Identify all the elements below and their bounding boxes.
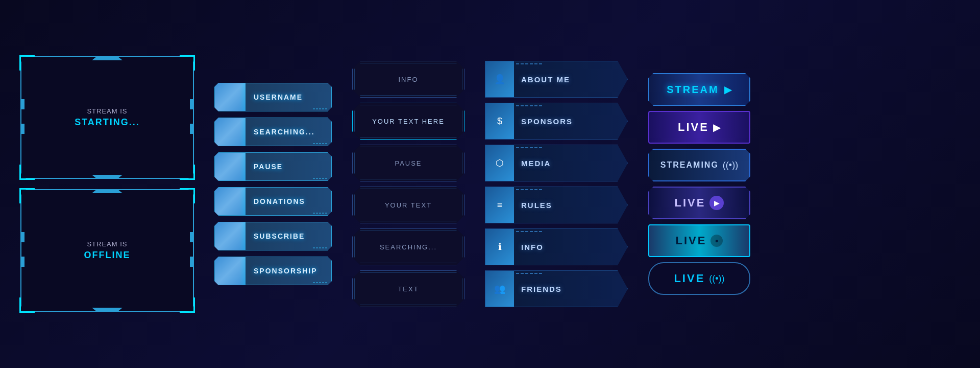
live1-play-icon: ▶ [713, 121, 721, 133]
media-icon-box: ⬡ [485, 145, 514, 181]
notch-bottom [92, 308, 122, 312]
live4-action-button[interactable]: LIVE ((•)) [648, 262, 750, 295]
side-dashes-top [516, 63, 542, 64]
streaming-action-button[interactable]: STREAMING ((•)) [648, 149, 750, 181]
thumb-pause [215, 153, 246, 180]
notch-right-top [190, 232, 194, 242]
about-me-side-button[interactable]: 👤 ABOUT ME [485, 61, 628, 98]
pause-bar-button[interactable]: PAUSE [214, 152, 332, 181]
stream-starting-line1: STREAM IS [87, 107, 127, 115]
friends-label: FRIENDS [514, 285, 562, 293]
rules-icon-box: ≡ [485, 187, 514, 223]
username-bar-button[interactable]: USERNAME [214, 83, 332, 111]
notch-left-bot [20, 257, 24, 267]
sponsorship-bar-button[interactable]: SPONSORSHIP [214, 257, 332, 285]
subscribe-label: SUBSCRIBE [246, 232, 305, 240]
live2-action-label: LIVE [675, 196, 706, 210]
media-label: MEDIA [514, 159, 551, 168]
dashes [313, 247, 327, 248]
pause2-mid-label: PAUSE [395, 159, 422, 167]
dollar-icon: $ [497, 116, 502, 127]
stream-starting-line2: STARTING... [75, 117, 140, 128]
corner-bl [19, 165, 35, 180]
live3-dot-icon: ● [710, 235, 723, 247]
dashes [313, 108, 327, 109]
live1-action-button[interactable]: LIVE ▶ [648, 111, 750, 144]
side-dashes-top [516, 189, 542, 190]
main-container: STREAM IS STARTING... STREAM IS OFFLINE … [0, 0, 980, 368]
mid-panels-column: INFO YOUR TEXT HERE PAUSE YOUR TEXT SEAR… [352, 61, 464, 307]
searching-bar-button[interactable]: SEARCHING... [214, 118, 332, 146]
notch-left-top [20, 99, 24, 109]
notch-right-bot [190, 124, 194, 134]
stream-offline-line2: OFFLINE [84, 250, 131, 261]
info2-side-button[interactable]: ℹ INFO [485, 228, 628, 265]
info2-icon-box: ℹ [485, 229, 514, 265]
sponsors-label: SPONSORS [514, 117, 573, 126]
corner-br [180, 297, 195, 313]
corner-br [180, 165, 195, 180]
notch-right-top [190, 99, 194, 109]
sidebar-buttons-column: 👤 ABOUT ME $ SPONSORS ⬡ MEDIA [485, 61, 628, 307]
subscribe-bar-button[interactable]: SUBSCRIBE [214, 222, 332, 250]
rules-label: RULES [514, 201, 552, 210]
stream-starting-panel: STREAM IS STARTING... [20, 56, 194, 179]
side-dashes-top [516, 147, 542, 148]
side-dashes-top [516, 273, 542, 274]
searching-label: SEARCHING... [246, 128, 315, 136]
thumb-donations [215, 188, 246, 215]
notch-top [92, 56, 122, 60]
stream-play-icon: ▶ [724, 83, 732, 96]
searching2-mid-label: SEARCHING... [380, 243, 437, 251]
thumb-username [215, 83, 246, 111]
streaming-action-label: STREAMING [660, 160, 719, 170]
dashes [313, 213, 327, 214]
side-dashes-top [516, 231, 542, 232]
friends-icon-box: 👥 [485, 271, 514, 307]
your-text-mid-label: YOUR TEXT [385, 201, 432, 209]
list-icon: ≡ [497, 200, 503, 211]
your-text-here-mid-panel: YOUR TEXT HERE [352, 103, 464, 140]
sponsors-side-button[interactable]: $ SPONSORS [485, 103, 628, 140]
corner-tr [180, 55, 195, 71]
side-dashes-top [516, 105, 542, 106]
live2-action-button[interactable]: LIVE ▶ [648, 187, 750, 219]
thumb-searching [215, 118, 246, 146]
searching2-mid-panel: SEARCHING... [352, 228, 464, 265]
stream-action-button[interactable]: STREAM ▶ [648, 73, 750, 106]
notch-left-bot [20, 124, 24, 134]
pause-label: PAUSE [246, 163, 283, 171]
your-text-here-mid-label: YOUR TEXT HERE [372, 118, 445, 125]
donations-bar-button[interactable]: DONATIONS [214, 187, 332, 216]
username-label: USERNAME [246, 93, 303, 101]
info2-label: INFO [514, 243, 544, 251]
sponsorship-label: SPONSORSHIP [246, 267, 317, 275]
live3-action-button[interactable]: LIVE ● [648, 224, 750, 257]
share-icon: ⬡ [496, 157, 504, 169]
info-mid-label: INFO [398, 76, 418, 83]
notch-right-bot [190, 257, 194, 267]
live2-play-icon: ▶ [709, 196, 724, 210]
text-mid-label: TEXT [398, 285, 419, 293]
wifi-icon: ((•)) [723, 160, 738, 171]
live3-action-label: LIVE [676, 234, 707, 247]
friends-icon: 👥 [494, 283, 505, 294]
live4-wifi-icon: ((•)) [709, 273, 724, 284]
friends-side-button[interactable]: 👥 FRIENDS [485, 270, 628, 307]
info-icon: ℹ [498, 241, 502, 252]
stream-offline-line1: STREAM IS [87, 240, 127, 248]
dashes [313, 178, 327, 179]
action-buttons-column: STREAM ▶ LIVE ▶ STREAMING ((•)) LIVE ▶ L… [648, 73, 750, 295]
text-mid-panel: TEXT [352, 270, 464, 307]
about-me-label: ABOUT ME [514, 75, 570, 84]
dashes [313, 282, 327, 283]
person-icon: 👤 [494, 74, 505, 85]
corner-tl [19, 55, 35, 71]
rules-side-button[interactable]: ≡ RULES [485, 187, 628, 223]
corner-tl [19, 188, 35, 203]
pause2-mid-panel: PAUSE [352, 145, 464, 181]
thumb-sponsorship [215, 257, 246, 285]
media-side-button[interactable]: ⬡ MEDIA [485, 145, 628, 181]
thumb-subscribe [215, 222, 246, 250]
corner-tr [180, 188, 195, 203]
